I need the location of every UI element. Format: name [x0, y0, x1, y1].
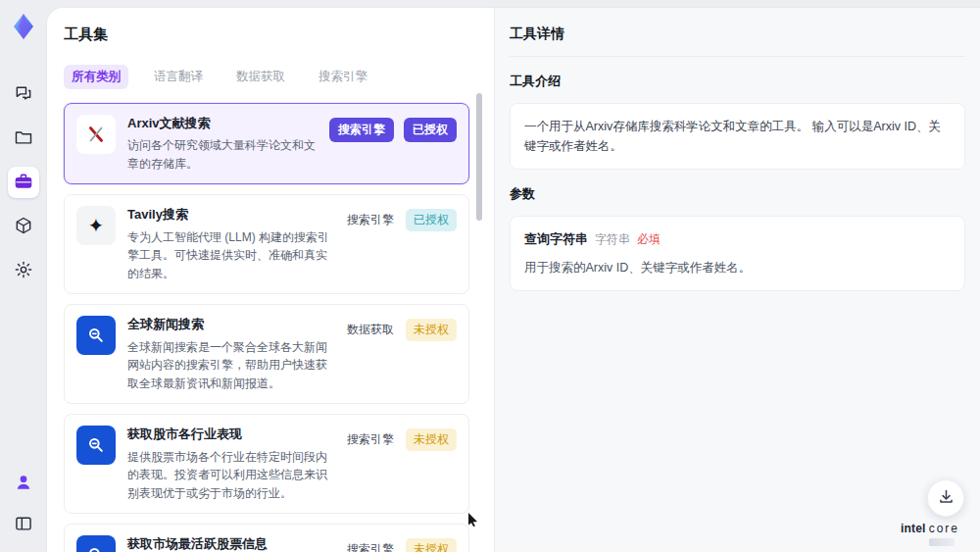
folder-icon: [14, 127, 33, 150]
intel-sub-badge: [929, 538, 955, 546]
category-badge: 搜索引擎: [345, 428, 396, 451]
tool-name: 获取市场最活跃股票信息: [127, 535, 333, 552]
tab-所有类别[interactable]: 所有类别: [64, 65, 128, 89]
left-rail: [0, 0, 47, 552]
sidebar-item-user[interactable]: [8, 468, 39, 499]
chat-icon: [14, 83, 33, 106]
tool-list-panel: 工具集 所有类别语言翻译数据获取搜索引擎 Arxiv文献搜索 访问各个研究领域大…: [47, 8, 495, 552]
download-button[interactable]: [927, 479, 964, 517]
intro-text: 一个用于从Arxiv存储库搜索科学论文和文章的工具。 输入可以是Arxiv ID…: [524, 120, 941, 153]
settings-icon: [14, 260, 33, 282]
blue-tool-icon: [76, 426, 116, 465]
param-name: 查询字符串: [524, 229, 588, 250]
tool-name: 全球新闻搜索: [127, 316, 333, 333]
auth-badge: 已授权: [406, 209, 457, 231]
rail-bottom: [8, 468, 39, 540]
brand-word-core: core: [929, 522, 959, 535]
blue-tool-icon: [76, 535, 116, 552]
detail-title: 工具详情: [510, 25, 965, 57]
sidebar-item-cube[interactable]: [8, 211, 39, 242]
tab-数据获取[interactable]: 数据获取: [228, 65, 293, 89]
rail-nav: [8, 78, 39, 286]
list-scrollbar[interactable]: [476, 86, 482, 547]
scrollbar-thumb[interactable]: [476, 93, 482, 221]
sidebar-item-chat[interactable]: [8, 78, 39, 110]
arxiv-tool-icon: [76, 115, 116, 154]
brand-word-intel: intel: [901, 522, 926, 535]
main-surface: 工具集 所有类别语言翻译数据获取搜索引擎 Arxiv文献搜索 访问各个研究领域大…: [47, 8, 980, 552]
cube-icon: [14, 216, 33, 238]
toolbox-icon: [14, 172, 33, 194]
tool-card[interactable]: 全球新闻搜索 全球新闻搜索是一个聚合全球各大新闻网站内容的搜索引擎，帮助用户快速…: [64, 304, 469, 404]
auth-badge: 未授权: [406, 319, 457, 341]
tool-desc: 专为人工智能代理 (LLM) 构建的搜索引擎工具。可快速提供实时、准确和真实的结…: [127, 228, 333, 283]
tool-name: Arxiv文献搜索: [127, 115, 318, 132]
app-logo-icon: [7, 10, 40, 43]
page-title: 工具集: [64, 25, 494, 44]
sidebar-item-settings[interactable]: [8, 255, 39, 286]
tool-card[interactable]: ✦ Tavily搜索 专为人工智能代理 (LLM) 构建的搜索引擎工具。可快速提…: [64, 194, 469, 294]
param-type: 字符串: [595, 230, 630, 249]
category-badge: 搜索引擎: [345, 209, 396, 231]
sidebar-item-toolbox[interactable]: [8, 167, 39, 198]
download-icon: [938, 488, 955, 508]
tool-card-list: Arxiv文献搜索 访问各个研究领域大量科学论文和文章的存储库。 搜索引擎 已授…: [64, 103, 469, 552]
tool-card[interactable]: 获取股市各行业表现 提供股票市场各个行业在特定时间段内的表现。投资者可以利用这些…: [64, 414, 469, 514]
tool-desc: 访问各个研究领域大量科学论文和文章的存储库。: [127, 136, 318, 173]
intro-box: 一个用于从Arxiv存储库搜索科学论文和文章的工具。 输入可以是Arxiv ID…: [510, 103, 965, 170]
sidebar-item-panel-toggle[interactable]: [8, 509, 39, 540]
panel-toggle-icon: [14, 514, 33, 536]
param-desc: 用于搜索的Arxiv ID、关键字或作者姓名。: [524, 258, 951, 277]
params-heading: 参数: [510, 185, 965, 203]
category-tabs: 所有类别语言翻译数据获取搜索引擎: [64, 65, 494, 89]
tool-desc: 全球新闻搜索是一个聚合全球各大新闻网站内容的搜索引擎，帮助用户快速获取全球最新资…: [127, 338, 333, 393]
tool-desc: 提供股票市场各个行业在特定时间段内的表现。投资者可以利用这些信息来识别表现优于或…: [127, 448, 333, 503]
mouse-cursor: [467, 513, 478, 530]
tool-detail-panel: 工具详情 工具介绍 一个用于从Arxiv存储库搜索科学论文和文章的工具。 输入可…: [495, 8, 980, 552]
tab-语言翻译[interactable]: 语言翻译: [146, 65, 211, 89]
user-icon: [14, 473, 33, 495]
tavily-tool-icon: ✦: [76, 206, 116, 245]
auth-badge: 未授权: [406, 428, 457, 451]
category-badge: 搜索引擎: [345, 538, 396, 552]
tool-name: 获取股市各行业表现: [127, 426, 333, 443]
category-badge: 搜索引擎: [329, 118, 394, 142]
intro-heading: 工具介绍: [510, 73, 965, 90]
tab-搜索引擎[interactable]: 搜索引擎: [311, 65, 375, 89]
tool-name: Tavily搜索: [127, 206, 333, 224]
sidebar-item-folder[interactable]: [8, 123, 39, 154]
tool-card[interactable]: 获取市场最活跃股票信息 提供当天交易量最高的股票列表，投资者可以利用这些信息来识…: [64, 524, 469, 552]
auth-badge: 未授权: [406, 538, 457, 552]
param-required-flag: 必填: [637, 230, 661, 249]
blue-tool-icon: [76, 316, 116, 355]
auth-badge: 已授权: [404, 118, 457, 142]
tool-card[interactable]: Arxiv文献搜索 访问各个研究领域大量科学论文和文章的存储库。 搜索引擎 已授…: [64, 103, 469, 184]
category-badge: 数据获取: [345, 319, 396, 341]
param-box: 查询字符串 字符串 必填 用于搜索的Arxiv ID、关键字或作者姓名。: [510, 216, 965, 291]
intel-core-logo: intelcore: [896, 522, 964, 546]
